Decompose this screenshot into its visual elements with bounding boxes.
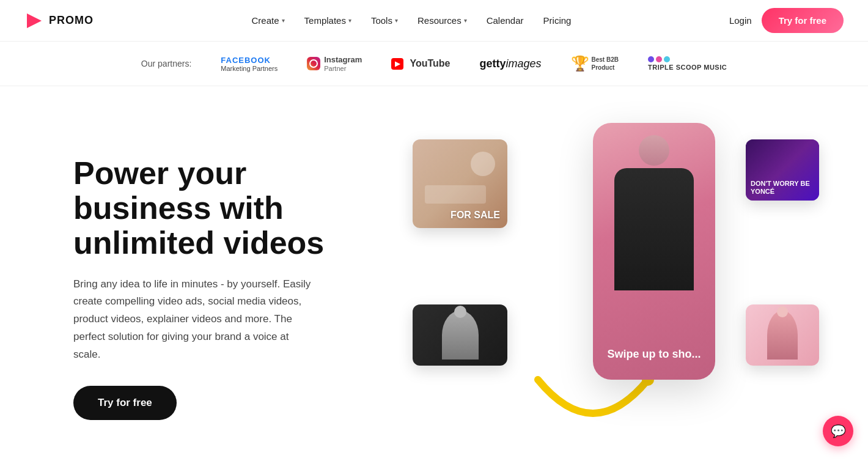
partner-getty: gettyimages: [479, 57, 541, 70]
phone-screen: Swipe up to sho...: [593, 123, 715, 380]
logo[interactable]: PROMO: [24, 11, 94, 31]
hero-content: Power your business with unlimited video…: [73, 156, 367, 420]
partner-facebook: FACEBOOK Marketing Partners: [221, 56, 278, 72]
partner-b2b: 🏆 Best B2B Product: [571, 55, 619, 72]
tile-tennis: [413, 304, 507, 366]
chevron-down-icon: ▾: [395, 17, 398, 24]
chevron-down-icon: ▾: [464, 17, 467, 24]
svg-marker-0: [27, 13, 42, 28]
navigation: PROMO Create ▾ Templates ▾ Tools ▾ Resou…: [0, 0, 868, 42]
trophy-icon: 🏆: [571, 55, 589, 72]
hero-title: Power your business with unlimited video…: [73, 156, 367, 261]
b2b-line2: Product: [592, 64, 619, 72]
swipe-text: Swipe up to sho...: [593, 347, 715, 361]
hero-try-free-button[interactable]: Try for free: [73, 386, 177, 420]
logo-icon: [24, 11, 44, 31]
hero-description: Bring any idea to life in minutes - by y…: [73, 276, 318, 364]
smile-arc: [532, 374, 654, 435]
nav-links: Create ▾ Templates ▾ Tools ▾ Resources ▾…: [245, 10, 579, 31]
triplescoop-label: TRIPLE SCOOP MUSIC: [648, 64, 727, 71]
tile-for-sale: FOR SALE: [413, 139, 507, 228]
tennis-person: [442, 311, 479, 360]
nav-right: Login Try for free: [729, 8, 844, 33]
phone-person: [614, 135, 694, 288]
brand-name: PROMO: [49, 14, 94, 27]
chevron-down-icon: ▾: [348, 17, 351, 24]
nav-templates[interactable]: Templates ▾: [297, 10, 359, 31]
nav-tools[interactable]: Tools ▾: [364, 10, 405, 31]
youtube-icon: ▶: [391, 58, 403, 70]
login-link[interactable]: Login: [729, 15, 752, 26]
nav-calendar[interactable]: Calendar: [479, 10, 531, 31]
chevron-down-icon: ▾: [282, 17, 285, 24]
nav-resources[interactable]: Resources ▾: [410, 10, 474, 31]
facebook-sub: Marketing Partners: [221, 65, 278, 72]
concert-text: DON'T WORRY BE YONCÉ: [751, 180, 814, 196]
pink-person: [767, 311, 798, 360]
hero-visual: FOR SALE Swipe up to sho...: [391, 123, 819, 453]
partner-triplescoop: TRIPLE SCOOP MUSIC: [648, 56, 727, 71]
partner-youtube: ▶ YouTube: [391, 58, 450, 70]
for-sale-text: FOR SALE: [451, 210, 500, 221]
partners-label: Our partners:: [141, 59, 191, 68]
getty-label: gettyimages: [479, 57, 541, 70]
nav-create[interactable]: Create ▾: [245, 10, 292, 31]
instagram-icon: [307, 57, 320, 70]
phone-mockup: Swipe up to sho...: [593, 123, 715, 380]
partner-instagram: Instagram Partner: [307, 55, 362, 72]
youtube-label: YouTube: [410, 58, 450, 69]
nav-pricing[interactable]: Pricing: [536, 10, 579, 31]
hero-section: Power your business with unlimited video…: [0, 86, 868, 461]
mirror-decoration: [471, 152, 495, 176]
chat-icon: 💬: [831, 424, 846, 438]
b2b-line1: Best B2B: [592, 56, 619, 64]
tile-person-pink: [746, 304, 819, 366]
chat-button[interactable]: 💬: [823, 416, 853, 446]
facebook-logo: FACEBOOK: [221, 56, 278, 65]
nav-try-free-button[interactable]: Try for free: [762, 8, 844, 33]
furniture-decoration: [425, 185, 486, 204]
triplescoop-dots: [648, 56, 727, 62]
tile-concert: DON'T WORRY BE YONCÉ: [746, 139, 819, 201]
partners-bar: Our partners: FACEBOOK Marketing Partner…: [0, 42, 868, 86]
